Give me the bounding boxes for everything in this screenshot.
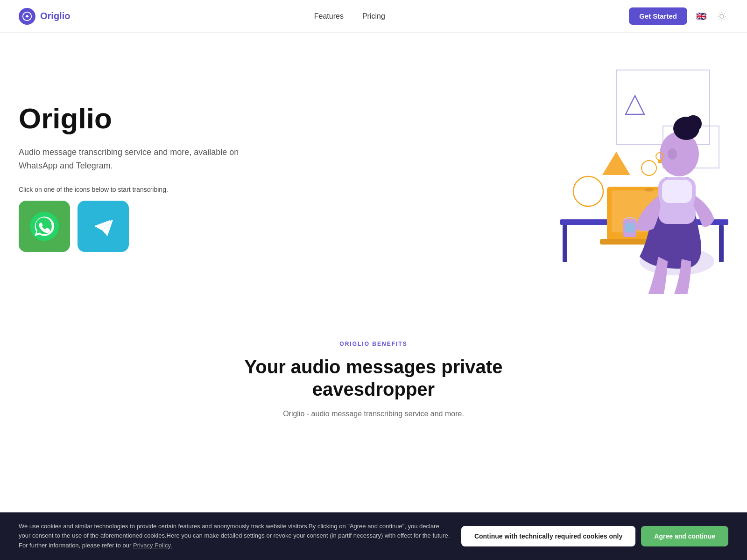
- svg-rect-19: [563, 225, 567, 262]
- svg-marker-15: [602, 152, 630, 175]
- svg-marker-14: [626, 96, 644, 114]
- svg-rect-20: [719, 225, 724, 262]
- benefits-description: Origlio - audio message transcribing ser…: [19, 410, 728, 418]
- hero-content: Origlio Audio message transcribing servi…: [19, 103, 243, 252]
- hero-cta-label: Click on one of the icons below to start…: [19, 186, 243, 193]
- nav-links: Features Pricing: [314, 12, 385, 21]
- svg-rect-29: [662, 180, 692, 203]
- svg-point-16: [573, 176, 603, 206]
- nav-right: Get Started 🇬🇧: [629, 7, 728, 25]
- whatsapp-button[interactable]: [19, 201, 70, 252]
- hero-title: Origlio: [19, 103, 243, 134]
- logo-icon: [19, 8, 35, 25]
- navbar: Origlio Features Pricing Get Started 🇬🇧: [0, 0, 747, 33]
- hero-section: Origlio Audio message transcribing servi…: [0, 33, 747, 313]
- logo-link[interactable]: Origlio: [19, 8, 70, 25]
- svg-line-5: [724, 19, 725, 19]
- svg-point-33: [668, 148, 677, 160]
- theme-toggle-button[interactable]: [715, 10, 728, 23]
- benefits-title: Your audio messages private eavesdropper: [19, 356, 728, 400]
- telegram-button[interactable]: [78, 201, 129, 252]
- svg-point-1: [720, 14, 724, 18]
- svg-rect-37: [625, 223, 634, 232]
- hero-icons: [19, 201, 243, 252]
- hero-illustration: [486, 61, 728, 294]
- logo-text: Origlio: [40, 11, 70, 21]
- benefits-section: ORIGLIO BENEFITS Your audio messages pri…: [0, 313, 747, 437]
- hero-subtitle: Audio message transcribing service and m…: [19, 146, 243, 173]
- nav-link-features[interactable]: Features: [314, 12, 344, 21]
- svg-line-8: [719, 19, 719, 19]
- svg-point-17: [641, 161, 656, 175]
- benefits-label: ORIGLIO BENEFITS: [19, 341, 728, 347]
- svg-line-9: [724, 13, 725, 14]
- language-selector[interactable]: 🇬🇧: [695, 12, 708, 21]
- svg-point-35: [658, 160, 662, 163]
- svg-line-4: [719, 13, 719, 14]
- nav-link-pricing[interactable]: Pricing: [362, 12, 385, 21]
- svg-point-32: [685, 115, 702, 132]
- svg-point-10: [30, 212, 59, 241]
- get-started-button[interactable]: Get Started: [629, 7, 687, 25]
